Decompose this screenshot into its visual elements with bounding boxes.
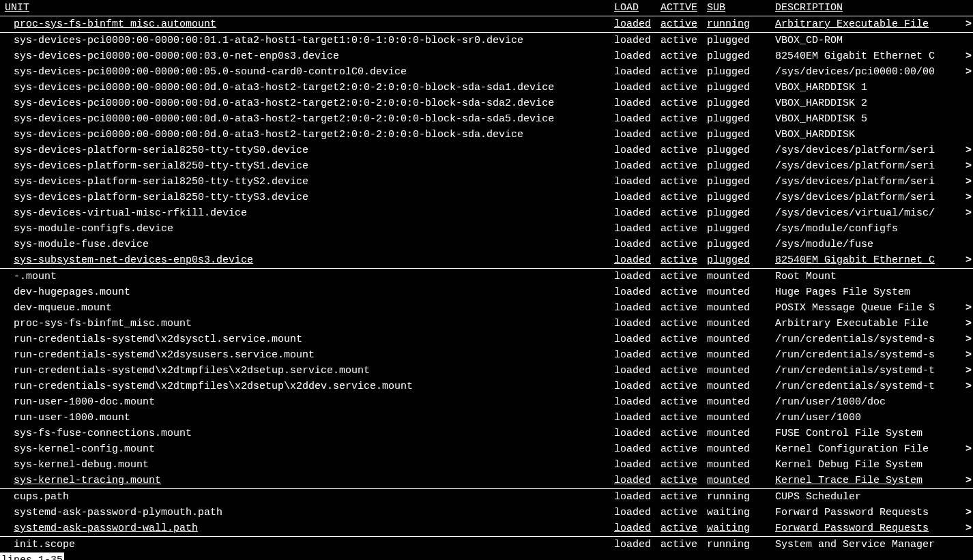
table-row[interactable]: sys-kernel-debug.mountloadedactivemounte… [0,457,973,473]
table-row[interactable]: run-user-1000-doc.mountloadedactivemount… [0,394,973,410]
overflow-indicator-icon: > [965,520,972,536]
cell-unit: sys-devices-platform-serial8250-tty-ttyS… [0,158,614,174]
cell-unit: sys-devices-pci0000:00-0000:00:05.0-soun… [0,64,614,80]
table-row[interactable]: sys-devices-pci0000:00-0000:00:05.0-soun… [0,64,973,80]
cell-unit: sys-devices-pci0000:00-0000:00:0d.0-ata3… [0,111,614,127]
overflow-indicator-icon: > [965,143,972,158]
table-row[interactable]: systemd-ask-password-plymouth.pathloaded… [0,505,973,520]
table-row[interactable]: sys-devices-platform-serial8250-tty-ttyS… [0,174,973,190]
table-row[interactable]: sys-devices-pci0000:00-0000:00:0d.0-ata3… [0,127,973,143]
cell-active: active [660,441,707,457]
cell-active: active [660,394,707,410]
table-row[interactable]: sys-module-fuse.deviceloadedactiveplugge… [0,237,973,252]
cell-active: active [660,48,707,64]
cell-sub: mounted [707,426,775,441]
overflow-indicator-icon: > [965,48,972,64]
cell-load: loaded [614,80,660,95]
overflow-indicator-icon: > [965,441,972,457]
col-unit: UNIT [0,0,614,16]
cell-load: loaded [614,48,660,64]
table-row[interactable]: run-credentials-systemd\x2dsysctl.servic… [0,331,973,347]
cell-load: loaded [614,473,660,489]
cell-load: loaded [614,300,660,316]
cell-unit: cups.path [0,489,614,505]
cell-active: active [660,505,707,520]
cell-desc: Root Mount [775,269,973,284]
cell-unit: dev-mqueue.mount [0,300,614,316]
cell-sub: mounted [707,363,775,379]
cell-load: loaded [614,205,660,221]
cell-load: loaded [614,190,660,205]
table-row[interactable]: proc-sys-fs-binfmt_misc.mountloadedactiv… [0,316,973,331]
cell-sub: mounted [707,331,775,347]
cell-active: active [660,174,707,190]
cell-load: loaded [614,316,660,331]
cell-unit: sys-fs-fuse-connections.mount [0,426,614,441]
table-row[interactable]: sys-devices-platform-serial8250-tty-ttyS… [0,190,973,205]
overflow-indicator-icon: > [965,331,972,347]
cell-desc: /sys/devices/pci0000:00/00> [775,64,973,80]
table-row[interactable]: sys-devices-pci0000:00-0000:00:0d.0-ata3… [0,80,973,95]
table-row[interactable]: sys-kernel-tracing.mountloadedactivemoun… [0,473,973,489]
cell-active: active [660,489,707,505]
table-row[interactable]: sys-devices-virtual-misc-rfkill.devicelo… [0,205,973,221]
cell-active: active [660,426,707,441]
cell-unit: sys-kernel-config.mount [0,441,614,457]
cell-unit: sys-devices-platform-serial8250-tty-ttyS… [0,143,614,158]
cell-active: active [660,205,707,221]
table-row[interactable]: run-user-1000.mountloadedactivemounted/r… [0,410,973,426]
cell-desc: /run/user/1000 [775,410,973,426]
overflow-indicator-icon: > [965,16,972,32]
table-row[interactable]: sys-module-configfs.deviceloadedactivepl… [0,221,973,237]
cell-sub: plugged [707,80,775,95]
table-row[interactable]: -.mountloadedactivemountedRoot Mount [0,269,973,284]
cell-desc: /sys/module/fuse [775,237,973,252]
cell-sub: running [707,489,775,505]
table-row[interactable]: sys-fs-fuse-connections.mountloadedactiv… [0,426,973,441]
table-row[interactable]: dev-hugepages.mountloadedactivemountedHu… [0,284,973,300]
table-row[interactable]: sys-devices-platform-serial8250-tty-ttyS… [0,158,973,174]
cell-unit: init.scope [0,537,614,552]
cell-active: active [660,111,707,127]
cell-desc: 82540EM Gigabit Ethernet C> [775,48,973,64]
cell-active: active [660,33,707,48]
cell-desc: /sys/devices/platform/seri> [775,158,973,174]
cell-active: active [660,347,707,363]
cell-sub: plugged [707,221,775,237]
cell-unit: sys-devices-virtual-misc-rfkill.device [0,205,614,221]
table-row[interactable]: sys-devices-pci0000:00-0000:00:03.0-net-… [0,48,973,64]
cell-unit: sys-devices-pci0000:00-0000:00:0d.0-ata3… [0,127,614,143]
table-row[interactable]: init.scopeloadedactiverunningSystem and … [0,537,973,552]
cell-load: loaded [614,331,660,347]
cell-unit: sys-devices-platform-serial8250-tty-ttyS… [0,190,614,205]
table-row[interactable]: run-credentials-systemd\x2dtmpfiles\x2ds… [0,363,973,379]
cell-load: loaded [614,95,660,111]
cell-active: active [660,158,707,174]
cell-desc: /run/credentials/systemd-t> [775,379,973,394]
table-row[interactable]: sys-devices-pci0000:00-0000:00:0d.0-ata3… [0,111,973,127]
table-row[interactable]: systemd-ask-password-wall.pathloadedacti… [0,520,973,537]
cell-unit: sys-devices-pci0000:00-0000:00:0d.0-ata3… [0,80,614,95]
table-row[interactable]: run-credentials-systemd\x2dtmpfiles\x2ds… [0,379,973,394]
table-row[interactable]: sys-subsystem-net-devices-enp0s3.devicel… [0,252,973,269]
cell-unit: sys-devices-pci0000:00-0000:00:01.1-ata2… [0,33,614,48]
table-row[interactable]: cups.pathloadedactiverunningCUPS Schedul… [0,489,973,505]
table-row[interactable]: dev-mqueue.mountloadedactivemountedPOSIX… [0,300,973,316]
table-row[interactable]: sys-devices-pci0000:00-0000:00:01.1-ata2… [0,33,973,48]
cell-desc: VBOX_HARDDISK 2 [775,95,973,111]
cell-load: loaded [614,379,660,394]
cell-load: loaded [614,489,660,505]
table-row[interactable]: sys-devices-pci0000:00-0000:00:0d.0-ata3… [0,95,973,111]
table-row[interactable]: proc-sys-fs-binfmt_misc.automountloadeda… [0,16,973,33]
cell-desc: POSIX Message Queue File S> [775,300,973,316]
table-row[interactable]: sys-kernel-config.mountloadedactivemount… [0,441,973,457]
table-row[interactable]: sys-devices-platform-serial8250-tty-ttyS… [0,143,973,158]
cell-unit: run-user-1000-doc.mount [0,394,614,410]
cell-load: loaded [614,127,660,143]
cell-load: loaded [614,347,660,363]
overflow-indicator-icon: > [965,158,972,174]
cell-sub: mounted [707,269,775,284]
table-row[interactable]: run-credentials-systemd\x2dsysusers.serv… [0,347,973,363]
cell-unit: run-credentials-systemd\x2dsysctl.servic… [0,331,614,347]
cell-unit: run-user-1000.mount [0,410,614,426]
